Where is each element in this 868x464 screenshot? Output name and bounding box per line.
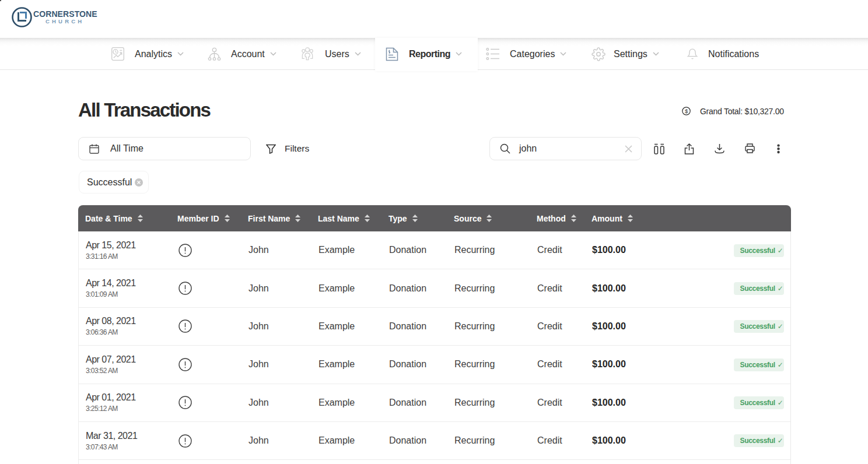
svg-text:$: $	[685, 108, 688, 114]
